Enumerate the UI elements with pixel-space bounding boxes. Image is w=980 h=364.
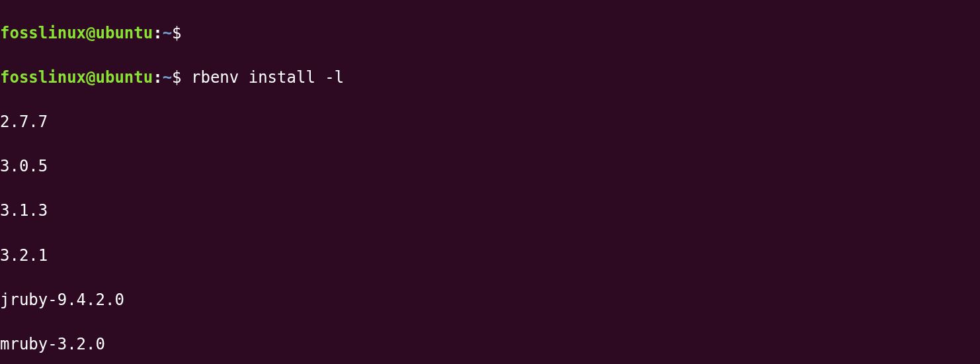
output-version: jruby-9.4.2.0	[0, 289, 980, 312]
prompt-path: ~	[163, 24, 172, 42]
output-version: 3.0.5	[0, 156, 980, 178]
output-version: 3.2.1	[0, 245, 980, 267]
user-host: fosslinux@ubuntu	[0, 24, 153, 42]
output-version: mruby-3.2.0	[0, 334, 980, 356]
prompt-symbol: $	[172, 24, 181, 42]
terminal-output[interactable]: fosslinux@ubuntu:~$ fosslinux@ubuntu:~$ …	[0, 0, 980, 364]
prompt-path: ~	[163, 68, 172, 87]
prompt-line-2: fosslinux@ubuntu:~$ rbenv install -l	[0, 67, 980, 89]
prompt-line-1: fosslinux@ubuntu:~$	[0, 23, 980, 45]
output-version: 3.1.3	[0, 200, 980, 222]
output-version: 2.7.7	[0, 111, 980, 134]
prompt-colon: :	[153, 68, 162, 87]
command-text: rbenv install -l	[191, 68, 344, 87]
prompt-colon: :	[153, 24, 162, 42]
user-host: fosslinux@ubuntu	[0, 68, 153, 87]
prompt-symbol: $	[172, 68, 181, 87]
